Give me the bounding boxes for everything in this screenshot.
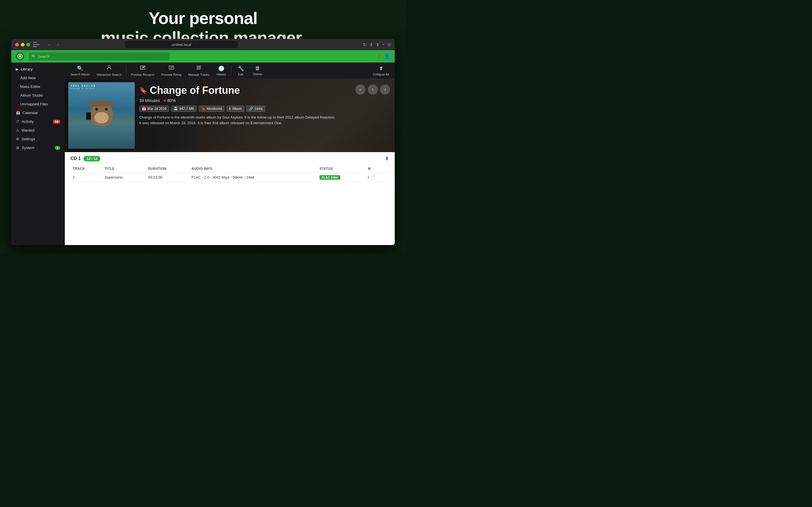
album-type-tag: ℹ Album — [227, 106, 244, 112]
tracks-table: Track Title Duration Audio Info Status ⚙ — [70, 165, 389, 182]
collapse-all-button[interactable]: ⬆ Collapse All — [370, 64, 393, 78]
table-row: 1 Supersonic 00:03:00 FLAC - 2.0 - 3042 … — [70, 173, 389, 182]
interactive-search-button[interactable]: Interactive Search — [93, 63, 125, 78]
album-description: Change of Fortune is the eleventh studio… — [139, 115, 337, 126]
new-tab-icon[interactable]: + — [382, 42, 385, 47]
download-icon[interactable]: ⬇ — [369, 42, 373, 47]
svg-point-3 — [108, 66, 110, 68]
calendar-icon: 📅 — [16, 111, 20, 115]
library-label: Library — [21, 67, 33, 71]
manage-tracks-button[interactable]: Manage Tracks — [185, 63, 213, 78]
system-label: System — [22, 146, 35, 150]
track-info-icon[interactable]: ℹ — [368, 175, 369, 179]
size-tag-icon: 💾 — [174, 107, 178, 111]
album-artist-subtitle: change of fortune — [70, 87, 96, 89]
wanted-icon: ⚠ — [16, 128, 19, 132]
activity-badge: 54 — [53, 120, 60, 124]
album-links: Links — [255, 107, 262, 111]
main-layout: ▶ Library Add New Mass Editor Album Stud… — [11, 62, 395, 245]
track-actions: ℹ 📄 — [365, 173, 389, 182]
preview-rename-label: Preview Rename — [131, 73, 154, 76]
album-cover: SOUL ASYLUM change of fortune — [68, 82, 135, 149]
album-next-button[interactable]: › — [380, 84, 390, 95]
sidebar-toggle-icon[interactable] — [33, 42, 40, 47]
collapse-all-icon: ⬆ — [379, 65, 383, 71]
album-type: Album — [232, 107, 242, 111]
search-placeholder: Search — [38, 54, 49, 59]
address-bar[interactable]: umbrel.local — [125, 41, 238, 48]
tabs-icon[interactable]: ⧉ — [388, 42, 391, 47]
album-duration: 39 Minutes — [139, 98, 160, 103]
close-button[interactable] — [15, 43, 19, 47]
track-number: 1 — [70, 173, 102, 182]
sidebar-item-album-studio[interactable]: Album Studio — [11, 91, 65, 100]
search-album-label: Search Album — [70, 73, 90, 76]
album-tags: 📅 Mar 18 2016 💾 847.7 MB 🔖 Monitored — [139, 106, 375, 112]
maximize-button[interactable] — [27, 43, 30, 47]
edit-button[interactable]: 🔧 Edit — [232, 64, 249, 78]
cd-header: CD 1 12 / 12 ⬆ — [70, 156, 389, 162]
album-up-button[interactable]: ↑ — [368, 84, 378, 95]
track-audio-info: FLAC - 2.0 - 3042 kbps - 96kHz - 24bit — [189, 173, 317, 182]
bookmark-tag-icon: 🔖 — [201, 107, 206, 111]
album-title-row: 🔖 Change of Fortune — [139, 84, 375, 96]
sidebar-item-library[interactable]: ▶ Library — [11, 65, 65, 73]
preview-retag-button[interactable]: Preview Retag — [158, 63, 185, 78]
search-album-button[interactable]: 🔍 Search Album — [67, 64, 93, 78]
track-action-buttons: ℹ 📄 — [368, 175, 387, 179]
sidebar-item-settings[interactable]: ⚙ Settings — [11, 135, 65, 144]
cd-count: 12 / 12 — [84, 156, 100, 161]
forward-button[interactable]: › — [54, 41, 61, 48]
browser-chrome: ‹ › umbrel.local ↻ ⬇ ⬆ + ⧉ — [11, 39, 395, 50]
wanted-label: Wanted — [21, 128, 35, 132]
svg-point-1 — [19, 55, 21, 57]
calendar-label: Calendar — [22, 111, 38, 115]
track-status-badge: FLAC 24bit — [319, 175, 340, 180]
track-file-icon[interactable]: 📄 — [371, 175, 375, 179]
settings-icon: ⚙ — [16, 137, 19, 141]
favorites-icon[interactable]: ♥ — [377, 54, 380, 59]
preview-rename-icon — [140, 65, 146, 72]
share-icon[interactable]: ⬆ — [376, 42, 379, 47]
svg-rect-6 — [197, 66, 201, 66]
preview-retag-label: Preview Retag — [161, 73, 182, 76]
links-tag-icon: 🔗 — [249, 107, 253, 111]
sidebar-item-unmapped-files[interactable]: Unmapped Files — [11, 100, 65, 108]
manage-tracks-icon — [196, 65, 202, 72]
search-bar[interactable]: 🔍 Search — [29, 52, 170, 60]
back-button[interactable]: ‹ — [46, 41, 53, 48]
preview-rename-button[interactable]: Preview Rename — [128, 63, 158, 78]
browser-window: ‹ › umbrel.local ↻ ⬇ ⬆ + ⧉ — [11, 39, 395, 245]
sidebar-item-add-new[interactable]: Add New — [11, 73, 65, 82]
album-info: 🔖 Change of Fortune 39 Minutes ♥ 80% — [139, 84, 375, 126]
activity-icon: ⏱ — [16, 119, 19, 124]
album-nav: ‹ ↑ › — [355, 84, 390, 95]
collapse-all-label: Collapse All — [373, 73, 389, 76]
interactive-search-label: Interactive Search — [96, 73, 121, 76]
reload-icon[interactable]: ↻ — [363, 42, 366, 47]
search-icon: 🔍 — [32, 54, 36, 59]
cd-collapse-button[interactable]: ⬆ — [385, 156, 389, 162]
sidebar-item-activity[interactable]: ⏱ Activity 54 — [11, 117, 65, 126]
system-icon: 🖥 — [16, 146, 19, 150]
delete-button[interactable]: 🗑 Delete — [249, 64, 266, 77]
edit-icon: 🔧 — [238, 65, 244, 71]
svg-rect-7 — [197, 67, 201, 68]
library-play-icon: ▶ — [16, 67, 18, 71]
minimize-button[interactable] — [21, 43, 24, 47]
album-cover-image: SOUL ASYLUM change of fortune — [68, 82, 135, 149]
sidebar-item-system[interactable]: 🖥 System 1 — [11, 144, 65, 152]
traffic-lights — [15, 43, 30, 47]
user-icon[interactable]: 👤 — [384, 53, 390, 59]
sidebar-item-mass-editor[interactable]: Mass Editor — [11, 82, 65, 91]
album-links-tag[interactable]: 🔗 Links — [246, 106, 265, 112]
album-date: Mar 18 2016 — [147, 107, 166, 111]
activity-label: Activity — [22, 119, 34, 124]
browser-actions: ↻ ⬇ ⬆ + ⧉ — [363, 42, 391, 47]
sidebar-item-calendar[interactable]: 📅 Calendar — [11, 108, 65, 117]
history-button[interactable]: 🕐 History — [213, 64, 230, 78]
sidebar-item-wanted[interactable]: ⚠ Wanted — [11, 126, 65, 135]
album-prev-button[interactable]: ‹ — [355, 84, 365, 95]
history-icon: 🕐 — [218, 65, 224, 71]
info-tag-icon: ℹ — [229, 107, 231, 111]
